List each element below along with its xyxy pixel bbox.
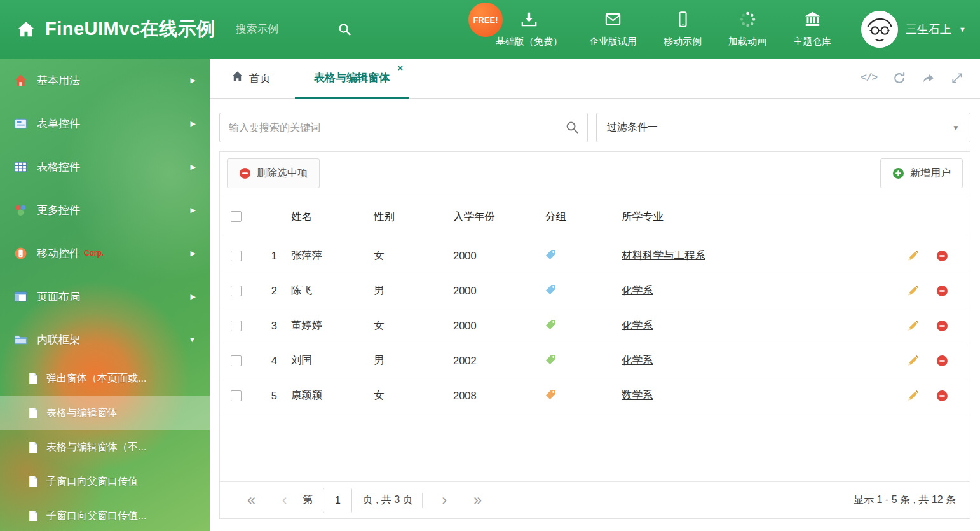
major-link[interactable]: 数学系 <box>622 389 653 401</box>
sidebar-item-grid-controls[interactable]: 表格控件 ▶ <box>0 145 210 188</box>
major-link[interactable]: 材料科学与工程系 <box>622 249 705 261</box>
nav-theme-repo[interactable]: 主题仓库 <box>780 11 845 48</box>
filter-dropdown[interactable]: 过滤条件一 ▼ <box>596 113 970 142</box>
tab-active-label: 表格与编辑窗体 <box>314 71 390 85</box>
delete-selected-button[interactable]: 删除选中项 <box>227 158 320 188</box>
grid-toolbar: 删除选中项 新增用户 <box>220 152 970 195</box>
row-checkbox[interactable] <box>231 390 242 401</box>
delete-icon[interactable] <box>936 285 948 297</box>
sidebar-subitem-label: 表格与编辑窗体（不... <box>46 441 146 454</box>
nav-loading-animation[interactable]: 加载动画 <box>715 11 780 48</box>
sidebar-item-page-layout[interactable]: 页面布局 ▶ <box>0 275 210 318</box>
cell-gender: 男 <box>367 284 447 298</box>
sidebar-item-label: 页面布局 <box>37 289 80 304</box>
tab-home[interactable]: 首页 <box>221 59 281 98</box>
file-icon <box>28 441 39 453</box>
pager-summary: 显示 1 - 5 条 , 共 12 条 <box>854 493 956 507</box>
cell-name: 康颖颖 <box>285 389 367 403</box>
first-page-icon[interactable]: « <box>247 493 255 507</box>
keyword-search <box>219 113 588 142</box>
nav-basic-edition[interactable]: FREE! 基础版（免费） <box>482 11 576 48</box>
sidebar-item-mobile-controls[interactable]: 移动控件 Corp. ▶ <box>0 231 210 275</box>
header-search-input[interactable] <box>236 23 331 36</box>
sidebar-item-more-controls[interactable]: 更多控件 ▶ <box>0 188 210 231</box>
row-checkbox[interactable] <box>231 355 242 366</box>
major-link[interactable]: 化学系 <box>622 284 653 296</box>
sidebar-subitem-label: 表格与编辑窗体 <box>46 406 118 420</box>
keyword-search-input[interactable] <box>219 113 588 142</box>
tag-icon <box>545 354 556 365</box>
sidebar-item-label: 更多控件 <box>37 203 80 217</box>
house-icon <box>14 74 28 87</box>
grid-empty-space <box>220 413 970 481</box>
nav-label-loading: 加载动画 <box>728 36 766 48</box>
delete-icon[interactable] <box>936 355 948 367</box>
sidebar-item-inline-frame[interactable]: 内联框架 ▼ <box>0 318 210 361</box>
edit-icon[interactable] <box>907 354 920 367</box>
edit-icon[interactable] <box>907 284 920 297</box>
corp-badge: Corp. <box>84 249 104 258</box>
nav-enterprise-trial[interactable]: 企业版试用 <box>576 11 650 48</box>
fullscreen-icon[interactable] <box>951 72 963 85</box>
edit-icon[interactable] <box>907 389 920 402</box>
search-icon[interactable] <box>337 22 352 37</box>
row-checkbox[interactable] <box>231 321 242 331</box>
home-icon[interactable] <box>17 20 36 39</box>
prev-page-icon[interactable]: ‹ <box>282 493 287 507</box>
sidebar-item-basic-usage[interactable]: 基本用法 ▶ <box>0 59 210 102</box>
add-user-button[interactable]: 新增用户 <box>880 158 963 188</box>
tab-grid-edit-window[interactable]: 表格与编辑窗体 × <box>295 59 409 99</box>
sidebar-subitem-popup-window[interactable]: 弹出窗体（本页面或... <box>0 361 210 396</box>
sidebar-subitem-child-to-parent[interactable]: 子窗口向父窗口传值 <box>0 464 210 499</box>
header-gender[interactable]: 性别 <box>367 210 447 224</box>
sidebar-item-label: 内联框架 <box>37 333 80 347</box>
sidebar-subitem-grid-edit-window[interactable]: 表格与编辑窗体 <box>0 396 210 430</box>
major-link[interactable]: 化学系 <box>622 354 653 366</box>
free-badge: FREE! <box>468 3 503 37</box>
tag-icon <box>545 319 556 330</box>
cell-gender: 男 <box>367 354 447 368</box>
cell-year: 2000 <box>447 250 539 262</box>
cell-name: 张萍萍 <box>285 249 367 263</box>
last-page-icon[interactable]: » <box>473 493 482 507</box>
edit-icon[interactable] <box>907 249 920 262</box>
sidebar-subitem-child-to-parent-2[interactable]: 子窗口向父窗口传值... <box>0 499 210 531</box>
pagination-bar: « ‹ 第 页 , 共 3 页 › » 显示 1 - 5 条 , 共 12 条 <box>220 481 970 518</box>
app-root: FineUIMvc在线示例 FREE! 基础版（免费） 企业版试用 <box>0 0 980 531</box>
row-checkbox[interactable] <box>231 251 242 261</box>
refresh-icon[interactable] <box>892 71 906 85</box>
next-page-icon[interactable]: › <box>442 493 447 507</box>
mail-icon <box>604 11 622 31</box>
share-icon[interactable] <box>922 71 936 85</box>
search-icon[interactable] <box>565 120 580 135</box>
edit-icon[interactable] <box>907 319 920 332</box>
shapes-icon <box>14 203 28 217</box>
major-link[interactable]: 化学系 <box>622 319 653 331</box>
mobile-icon <box>14 247 28 260</box>
select-all-checkbox[interactable] <box>231 211 242 222</box>
sidebar-item-form-controls[interactable]: 表单控件 ▶ <box>0 102 210 145</box>
nav-mobile-demo[interactable]: 移动示例 <box>650 11 715 48</box>
user-menu[interactable]: 三生石上 ▼ <box>861 11 966 48</box>
cell-gender: 女 <box>367 389 447 403</box>
header-year[interactable]: 入学年份 <box>447 210 539 224</box>
source-code-icon[interactable]: </> <box>861 72 877 84</box>
delete-icon[interactable] <box>936 390 948 402</box>
cell-year: 2002 <box>447 355 539 367</box>
header-major[interactable]: 所学专业 <box>615 210 892 224</box>
close-icon[interactable]: × <box>397 63 403 72</box>
file-icon <box>28 373 39 385</box>
table-row: 1 张萍萍 女 2000 材料科学与工程系 <box>220 238 970 273</box>
mobile-icon <box>674 11 691 31</box>
page-input[interactable] <box>323 488 352 513</box>
delete-icon[interactable] <box>936 320 948 332</box>
row-checkbox[interactable] <box>231 286 242 296</box>
header-group[interactable]: 分组 <box>539 210 615 224</box>
chevron-right-icon: ▶ <box>191 120 196 128</box>
sidebar-subitem-grid-edit-window-2[interactable]: 表格与编辑窗体（不... <box>0 430 210 464</box>
grid-panel: 删除选中项 新增用户 姓名 性别 入学年份 分组 所学专业 <box>219 151 970 519</box>
page-label-suffix: 页 , 共 3 页 <box>362 493 412 507</box>
sidebar-subitem-label: 子窗口向父窗口传值... <box>46 509 146 523</box>
delete-icon[interactable] <box>936 250 948 262</box>
header-name[interactable]: 姓名 <box>285 210 367 224</box>
